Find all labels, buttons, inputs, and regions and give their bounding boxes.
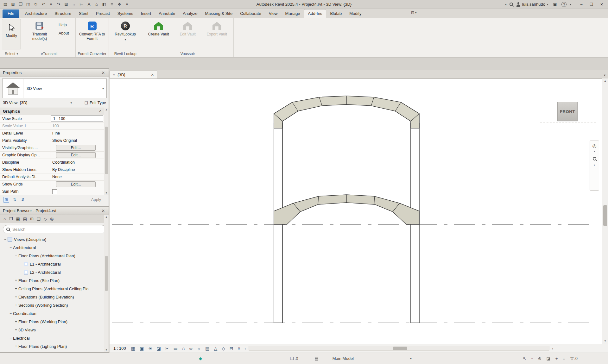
help-icon[interactable]: ? bbox=[561, 2, 567, 7]
view-selector-dropdown[interactable]: 3D View: {3D} ▾ bbox=[3, 101, 72, 105]
edit-type-button[interactable]: ❑ Edit Type bbox=[85, 101, 106, 105]
tree-item[interactable]: − Floor Plans (Architectural Plan) bbox=[0, 252, 104, 260]
save-icon[interactable]: ◫ bbox=[25, 1, 32, 8]
edit-vault-button[interactable]: Edit Vault bbox=[173, 19, 202, 37]
property-row[interactable]: Parts Visibility Show Original bbox=[0, 137, 104, 144]
property-row[interactable]: Detail Level Fine bbox=[0, 130, 104, 137]
print-icon[interactable]: ⊟ bbox=[63, 1, 70, 8]
aligned-dimension-icon[interactable]: ⊢ bbox=[78, 1, 85, 8]
drag-elements-on-selection-icon[interactable]: + bbox=[555, 356, 558, 361]
scale-button[interactable]: 1 : 100 bbox=[113, 346, 126, 351]
ribbon-tab[interactable]: Analyze bbox=[179, 9, 201, 18]
properties-scrollbar[interactable]: ▲ ▼ bbox=[104, 108, 109, 195]
scroll-down-icon[interactable]: ▼ bbox=[602, 339, 608, 344]
browser-groups-icon[interactable]: ❑ bbox=[37, 217, 41, 221]
temporary-hide-isolate-icon[interactable]: ∞ bbox=[189, 346, 192, 351]
properties-header[interactable]: Properties ✕ bbox=[0, 69, 109, 77]
scroll-up-icon[interactable]: ▲ bbox=[104, 215, 109, 219]
text-icon[interactable]: A bbox=[86, 1, 92, 8]
browser-search[interactable] bbox=[3, 225, 106, 233]
tree-toggle-icon[interactable]: + bbox=[14, 286, 18, 291]
maximize-button[interactable]: ❐ bbox=[587, 1, 596, 8]
viewcube-front-face[interactable]: FRONT bbox=[560, 109, 575, 114]
measure-icon[interactable]: ↔ bbox=[70, 1, 77, 8]
type-selector-caret-icon[interactable]: ▾ bbox=[100, 87, 106, 90]
property-value[interactable]: Fine bbox=[50, 130, 104, 137]
properties-close-icon[interactable]: ✕ bbox=[100, 71, 106, 75]
temporary-view-properties-icon[interactable]: ▤ bbox=[205, 346, 209, 351]
apply-button[interactable]: Apply bbox=[87, 197, 105, 203]
property-row[interactable]: Discipline Coordination bbox=[0, 159, 104, 166]
ribbon-tab[interactable]: Annotate bbox=[155, 9, 179, 18]
property-row[interactable]: Scale Value 1: 100 bbox=[0, 122, 104, 130]
property-row[interactable]: Default Analysis Di... None bbox=[0, 173, 104, 181]
ribbon-tab[interactable]: Add-Ins bbox=[304, 9, 326, 18]
minimize-button[interactable]: – bbox=[577, 1, 586, 8]
transmit-model-button[interactable]: Transmit model(s) bbox=[25, 19, 54, 42]
open-icon[interactable]: ❐ bbox=[17, 1, 24, 8]
property-row[interactable]: Graphic Display Op... Edit... bbox=[0, 152, 104, 159]
section-collapse-icon[interactable]: ^ bbox=[99, 110, 101, 113]
tree-item[interactable]: L2 - Architectural bbox=[0, 268, 104, 276]
property-value[interactable]: 100 bbox=[50, 122, 104, 129]
ribbon-tab[interactable]: Precast bbox=[92, 9, 114, 18]
file-icon[interactable]: ▤ bbox=[2, 1, 9, 8]
ribbon-tab[interactable]: Systems bbox=[114, 9, 137, 18]
horizontal-scroll-thumb[interactable] bbox=[393, 347, 407, 350]
ribbon-tab[interactable]: Structure bbox=[51, 9, 75, 18]
tree-toggle-icon[interactable]: + bbox=[14, 278, 18, 283]
scroll-down-icon[interactable]: ▼ bbox=[104, 191, 109, 195]
qat-customize-icon[interactable]: ▾ bbox=[124, 1, 130, 8]
thin-lines-icon[interactable]: ≡ bbox=[108, 1, 115, 8]
ribbon-tab[interactable]: Massing & Site bbox=[201, 9, 236, 18]
scroll-up-icon[interactable]: ▲ bbox=[104, 108, 109, 112]
zoom-icon[interactable] bbox=[593, 157, 596, 160]
type-selector[interactable]: 3D View ▾ bbox=[2, 78, 107, 98]
reveal-hidden-elements-icon[interactable]: ☼ bbox=[197, 346, 201, 351]
select-pinned-elements-icon[interactable]: ⊛ bbox=[538, 356, 542, 361]
drawing-area[interactable]: FRONT ◎ ▾ ▾ bbox=[110, 78, 602, 344]
tree-item[interactable]: + Ceiling Plans (Architectural Ceiling P… bbox=[0, 285, 104, 293]
view-tab-3d[interactable]: ⌂ {3D} ✕ bbox=[110, 71, 157, 78]
model-geometry[interactable] bbox=[110, 79, 602, 344]
property-row[interactable]: Sun Path bbox=[0, 188, 104, 195]
tree-item[interactable]: − Architectural bbox=[0, 243, 104, 252]
property-value[interactable]: Edit... bbox=[56, 152, 96, 158]
property-value[interactable]: Edit... bbox=[56, 145, 96, 151]
browser-families-icon[interactable]: ◇ bbox=[44, 217, 47, 221]
modify-button[interactable]: Modify bbox=[2, 19, 21, 49]
ribbon-tab[interactable]: Modify bbox=[345, 9, 365, 18]
help-caret-icon[interactable]: ▾ bbox=[570, 3, 571, 6]
property-value[interactable]: Coordination bbox=[50, 159, 104, 166]
browser-home-icon[interactable]: ⌂ bbox=[3, 217, 6, 221]
tree-toggle-icon[interactable]: + bbox=[14, 295, 18, 299]
shadows-icon[interactable]: ◪ bbox=[157, 346, 161, 351]
property-value[interactable]: None bbox=[50, 173, 104, 180]
select-underlay-elements-icon[interactable]: ▫ bbox=[531, 356, 533, 361]
redo-icon[interactable]: ↷ bbox=[55, 1, 62, 8]
search-icon[interactable] bbox=[510, 3, 513, 6]
steering-wheel-icon[interactable]: ◎ bbox=[592, 143, 596, 148]
about-button[interactable]: About bbox=[59, 31, 69, 35]
close-button[interactable]: ✕ bbox=[597, 1, 606, 8]
convert-rfa-button[interactable]: R Convert RFA to FormIt bbox=[78, 19, 107, 42]
tree-item[interactable]: − Views (Discipline) bbox=[0, 235, 104, 243]
property-value[interactable]: By Discipline bbox=[50, 166, 104, 173]
undo-icon[interactable]: ↶ bbox=[40, 1, 47, 8]
sort-descending-icon[interactable]: ⇵ bbox=[20, 197, 26, 203]
ribbon-tab[interactable]: Manage bbox=[282, 9, 304, 18]
vertical-scroll-thumb[interactable] bbox=[603, 205, 607, 226]
sheet-icon[interactable]: ▤ bbox=[315, 356, 319, 361]
default-3d-view-icon[interactable]: ⌂ bbox=[93, 1, 100, 8]
ribbon-tab[interactable]: Insert bbox=[137, 9, 155, 18]
export-vault-button[interactable]: Export Vault bbox=[202, 19, 231, 37]
tree-toggle-icon[interactable]: − bbox=[8, 336, 13, 340]
tree-item[interactable]: + 3D Views bbox=[0, 326, 104, 334]
create-vault-button[interactable]: Create Vault bbox=[144, 19, 173, 37]
browser-scroll-thumb[interactable] bbox=[105, 256, 108, 291]
help-button[interactable]: Help bbox=[59, 23, 69, 27]
properties-filter-icon[interactable]: ⊞ bbox=[3, 197, 9, 203]
selection-filter[interactable]: ▽ :0 bbox=[570, 356, 578, 361]
select-links-icon[interactable]: ↖ bbox=[523, 356, 526, 361]
browser-schedules-icon[interactable]: ▦ bbox=[16, 217, 20, 221]
